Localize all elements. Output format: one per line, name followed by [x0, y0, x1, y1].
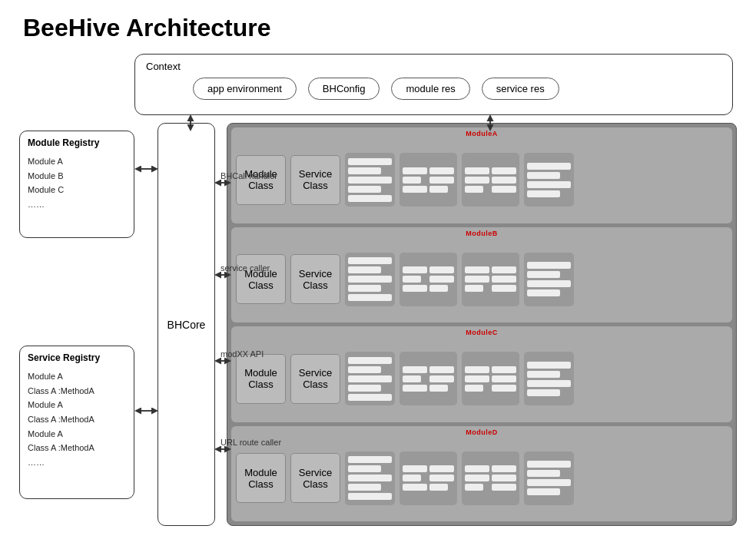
mini-block — [429, 366, 454, 373]
mini-block — [492, 475, 516, 481]
mini-block — [492, 366, 516, 373]
mini-block — [348, 465, 381, 472]
page-title: BeeHive Architecture — [0, 0, 756, 50]
mini-block — [527, 262, 571, 269]
mini-block — [348, 285, 381, 292]
service-class-box-c: ServiceClass — [290, 354, 340, 404]
mini-group-d4 — [524, 451, 574, 505]
mini-block — [348, 257, 392, 264]
pill-bhconfig: BHConfig — [308, 78, 380, 100]
mini-group-c1 — [345, 352, 395, 405]
mini-block — [429, 167, 454, 174]
mini-block — [403, 167, 427, 174]
mini-block — [348, 493, 392, 500]
context-box: Context app environment BHConfig module … — [134, 54, 733, 115]
service-registry-title: Service Registry — [28, 352, 126, 363]
mini-block — [465, 186, 483, 193]
mini-group-c3 — [462, 352, 519, 405]
mini-block — [348, 195, 392, 202]
mini-group-d1 — [345, 451, 395, 505]
mini-block — [429, 276, 454, 283]
module-row-a: ModuleA ModuleClass ServiceClass — [231, 127, 732, 223]
mini-block — [527, 172, 560, 179]
mini-block — [465, 465, 489, 472]
mini-block — [527, 362, 571, 369]
mini-block — [348, 475, 392, 481]
mini-block — [403, 484, 427, 491]
mini-block — [348, 158, 392, 165]
module-registry: Module Registry Module A Module B Module… — [19, 131, 134, 238]
mini-block — [465, 276, 489, 283]
mini-block — [348, 186, 381, 193]
main-container: Context app environment BHConfig module … — [15, 46, 741, 541]
mini-block — [348, 456, 392, 463]
mini-block — [465, 484, 483, 491]
module-row-d: ModuleD ModuleClass ServiceClass — [231, 426, 732, 522]
mini-block — [527, 479, 571, 486]
mini-block — [403, 366, 427, 373]
module-id-d: ModuleD — [466, 428, 498, 436]
mini-group-a2 — [400, 153, 457, 207]
mini-block — [492, 375, 516, 382]
module-class-box-a: ModuleClass — [236, 155, 286, 205]
module-class-box-c: ModuleClass — [236, 354, 286, 404]
mini-block — [465, 266, 489, 273]
mini-group-a1 — [345, 153, 395, 207]
mini-block — [465, 366, 489, 373]
mini-block — [403, 177, 421, 184]
bhcore-box: BHCore — [158, 123, 215, 526]
mini-block — [429, 375, 454, 382]
module-class-box-b: ModuleClass — [236, 254, 286, 304]
mini-block — [527, 470, 560, 477]
mini-block — [348, 266, 381, 273]
mini-block — [348, 375, 392, 382]
modules-area: ModuleA ModuleClass ServiceClass — [227, 123, 737, 526]
mini-block — [527, 163, 571, 170]
pill-service-res: service res — [482, 78, 559, 100]
pill-app-env: app environment — [193, 78, 297, 100]
mini-block — [492, 276, 516, 283]
mini-block — [403, 375, 421, 382]
mini-block — [403, 475, 421, 481]
mini-group-b4 — [524, 253, 574, 306]
mini-block — [465, 177, 489, 184]
mini-block — [465, 167, 489, 174]
mini-block — [348, 385, 381, 392]
mini-block — [527, 380, 571, 387]
mini-block — [429, 186, 448, 193]
mini-group-c2 — [400, 352, 457, 405]
service-registry: Service Registry Module A Class A :Metho… — [19, 346, 134, 499]
module-row-c: ModuleC ModuleClass ServiceClass — [231, 326, 732, 422]
mini-block — [527, 389, 560, 396]
mini-block — [527, 280, 571, 287]
mini-group-d2 — [400, 451, 457, 505]
mini-block — [403, 266, 427, 273]
mini-group-d3 — [462, 451, 519, 505]
service-class-box-a: ServiceClass — [290, 155, 340, 205]
mini-block — [348, 177, 392, 184]
mini-group-a4 — [524, 153, 574, 207]
mini-group-a3 — [462, 153, 519, 207]
mini-block — [492, 186, 516, 193]
mini-group-b2 — [400, 253, 457, 306]
mini-block — [429, 266, 454, 273]
module-class-box-d: ModuleClass — [236, 453, 286, 503]
mini-block — [348, 484, 381, 491]
mini-block — [403, 385, 427, 392]
mini-block — [465, 285, 483, 292]
mini-block — [429, 475, 454, 481]
mini-block — [527, 271, 560, 278]
module-id-b: ModuleB — [466, 230, 498, 237]
mini-block — [492, 285, 516, 292]
mini-block — [492, 385, 516, 392]
mini-block — [429, 484, 448, 491]
mini-block — [348, 167, 381, 174]
mini-block — [429, 465, 454, 472]
mini-block — [403, 276, 421, 283]
mini-block — [527, 289, 560, 296]
mini-block — [492, 484, 516, 491]
mini-block — [465, 375, 489, 382]
mini-group-b1 — [345, 253, 395, 306]
mini-block — [348, 294, 392, 301]
mini-block — [527, 461, 571, 468]
